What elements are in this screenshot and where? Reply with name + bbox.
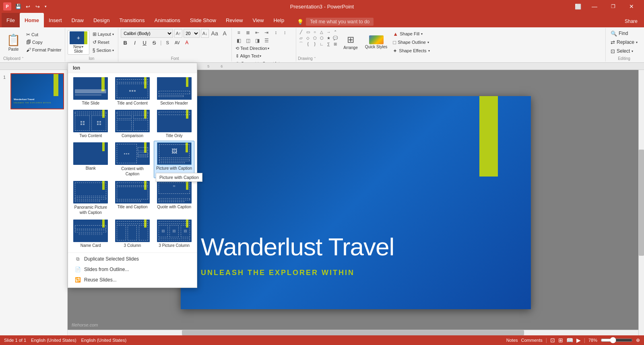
bold-button[interactable]: B xyxy=(121,39,130,47)
close-button[interactable]: ✕ xyxy=(622,0,641,13)
shape-connector[interactable]: ∟ xyxy=(318,41,325,47)
shape-curve[interactable]: ⌒ xyxy=(298,41,304,47)
slide-subtitle-text[interactable]: UNLEASH THE EXPLORER WITHIN xyxy=(201,269,355,277)
shape-more[interactable]: ⌃ xyxy=(332,29,339,35)
slide-sorter-button[interactable]: ⊞ xyxy=(558,337,563,343)
shape-rect[interactable]: ▭ xyxy=(305,29,311,35)
layout-content-caption[interactable]: Content with Caption xyxy=(112,141,153,178)
paste-button[interactable]: 📋 Paste xyxy=(3,29,24,55)
arrange-button[interactable]: ⊞ Arrange xyxy=(340,29,361,55)
font-size-select[interactable]: 20 xyxy=(184,29,200,38)
shape-star[interactable]: ★ xyxy=(325,35,332,41)
layout-title-content[interactable]: Title and Content xyxy=(112,76,153,107)
language-indicator[interactable]: English (United States) xyxy=(31,338,76,343)
slide-thumbnail-1[interactable]: Wanderlust Travel UNLEASH THE EXPLORER W… xyxy=(10,73,64,109)
redo-qat-button[interactable]: ↪ xyxy=(33,2,42,11)
slideshow-button[interactable]: ▶ xyxy=(576,337,581,343)
shape-arrow[interactable]: → xyxy=(325,29,332,35)
comments-button[interactable]: Comments xyxy=(521,338,543,343)
text-shadow-button[interactable]: S xyxy=(163,39,172,47)
reading-view-button[interactable]: 📖 xyxy=(566,337,573,343)
numbering-button[interactable]: ≣ xyxy=(244,29,252,36)
cut-button[interactable]: ✂✂ CutCut xyxy=(25,31,63,38)
undo-qat-button[interactable]: ↩ xyxy=(23,2,32,11)
save-qat-button[interactable]: 💾 xyxy=(14,2,23,11)
zoom-fit-button[interactable]: ⊕ xyxy=(636,337,640,343)
shape-equation[interactable]: ∑ xyxy=(325,41,332,47)
notes-button[interactable]: Notes xyxy=(506,338,518,343)
share-button[interactable]: Share xyxy=(620,17,642,26)
layout-3-column[interactable]: 3 Column xyxy=(112,218,153,249)
tab-file[interactable]: File xyxy=(2,13,20,27)
slide-canvas[interactable]: Wanderlust Travel UNLEASH THE EXPLORER W… xyxy=(181,96,531,309)
decrease-indent-button[interactable]: ⇤ xyxy=(253,29,262,36)
layout-name-card[interactable]: Name Card xyxy=(70,218,111,249)
tab-help[interactable]: Help xyxy=(268,13,289,27)
shape-callout[interactable]: 💬 xyxy=(332,35,339,41)
tab-draw[interactable]: Draw xyxy=(67,13,89,27)
align-left-button[interactable]: ◧ xyxy=(234,37,243,44)
columns-button[interactable]: ⫶ xyxy=(281,29,289,36)
reuse-slides-action[interactable]: 🔁 Reuse Slides... xyxy=(68,275,197,285)
layout-section-header[interactable]: Section Header xyxy=(154,76,194,107)
format-painter-button[interactable]: 🖌Format Painter xyxy=(25,46,63,53)
slides-from-outline-action[interactable]: 📄 Slides from Outline... xyxy=(68,264,197,275)
tab-transitions[interactable]: Transitions xyxy=(114,13,149,27)
increase-indent-button[interactable]: ⇥ xyxy=(262,29,271,36)
line-spacing-button[interactable]: ↕ xyxy=(271,29,280,36)
layout-title-slide[interactable]: Title Slide xyxy=(70,76,111,107)
align-right-button[interactable]: ◨ xyxy=(253,37,262,44)
underline-button[interactable]: U xyxy=(140,39,149,47)
layout-blank[interactable]: Blank xyxy=(70,141,111,178)
shape-bracket[interactable]: { xyxy=(305,41,311,47)
ribbon-display-button[interactable]: ⬜ xyxy=(571,0,585,13)
bullets-button[interactable]: ≡ xyxy=(234,29,243,36)
tab-design[interactable]: Design xyxy=(89,13,114,27)
layout-title-only[interactable]: Title Only xyxy=(154,108,194,140)
shape-line[interactable]: ╱ xyxy=(298,29,304,35)
copy-button[interactable]: 🗐Copy xyxy=(25,39,63,46)
tab-insert[interactable]: Insert xyxy=(44,13,67,27)
zoom-level[interactable]: 78% xyxy=(588,338,597,343)
shape-outline-button[interactable]: □ Shape Outline ▾ xyxy=(391,39,431,46)
layout-title-caption[interactable]: Title and Caption xyxy=(112,179,153,217)
shape-triangle[interactable]: △ xyxy=(318,29,325,35)
new-slide-button[interactable]: + New ▾ Slide xyxy=(68,30,89,55)
layout-dropdown[interactable]: Ion Title Slide xyxy=(68,63,197,288)
shape-effects-button[interactable]: ✦ Shape Effects ▾ xyxy=(391,47,431,55)
zoom-slider[interactable] xyxy=(601,338,633,342)
strikethrough-button[interactable]: S xyxy=(150,39,159,47)
shape-extra[interactable]: ⊞ xyxy=(332,41,339,47)
tab-animations[interactable]: Animations xyxy=(150,13,185,27)
horizontal-scrollbar[interactable] xyxy=(68,330,638,335)
layout-comparison[interactable]: Comparison xyxy=(112,108,153,140)
change-case-button[interactable]: A xyxy=(220,29,229,38)
help-search-input[interactable]: Tell me what you want to do xyxy=(306,18,374,26)
slide-title-text[interactable]: Wanderlust Travel xyxy=(201,232,394,261)
shape-parallelogram[interactable]: ▱ xyxy=(298,35,304,41)
minimize-button[interactable]: — xyxy=(585,0,604,13)
layout-panoramic[interactable]: Panoramic Picture with Caption xyxy=(70,179,111,217)
font-increase-button[interactable]: A↑ xyxy=(175,31,182,36)
tab-slideshow[interactable]: Slide Show xyxy=(185,13,221,27)
vertical-scrollbar[interactable] xyxy=(638,70,644,335)
tab-home[interactable]: Home xyxy=(20,13,44,27)
font-family-select[interactable]: Calibri (Body) xyxy=(121,29,173,38)
replace-button[interactable]: ⇄ Replace ▾ xyxy=(608,39,640,46)
new-slide-dropdown[interactable]: ▾ xyxy=(82,45,83,49)
layout-quote-caption[interactable]: " Quote with Caption xyxy=(154,179,194,217)
layout-two-content[interactable]: Two Content xyxy=(70,108,111,140)
layout-3-pic-column[interactable]: 🖼 🖼 🖼 3 Picture Column xyxy=(154,218,194,249)
layout-picture-caption[interactable]: 🖼 Picture with Caption xyxy=(154,141,194,178)
shape-hexagon[interactable]: ⬡ xyxy=(318,35,325,41)
shape-diamond[interactable]: ◇ xyxy=(305,35,311,41)
shape-circle[interactable]: ○ xyxy=(312,29,318,35)
layout-button[interactable]: ⊞Layout▾ xyxy=(91,31,116,38)
align-center-button[interactable]: ◫ xyxy=(244,37,252,44)
find-button[interactable]: 🔍 Find xyxy=(608,30,640,37)
tab-view[interactable]: View xyxy=(248,13,269,27)
italic-button[interactable]: I xyxy=(130,39,139,47)
reset-button[interactable]: ↺Reset xyxy=(91,39,116,46)
normal-view-button[interactable]: ⊡ xyxy=(550,337,555,343)
align-text-button[interactable]: ⇕ Align Text ▾ xyxy=(234,53,262,60)
